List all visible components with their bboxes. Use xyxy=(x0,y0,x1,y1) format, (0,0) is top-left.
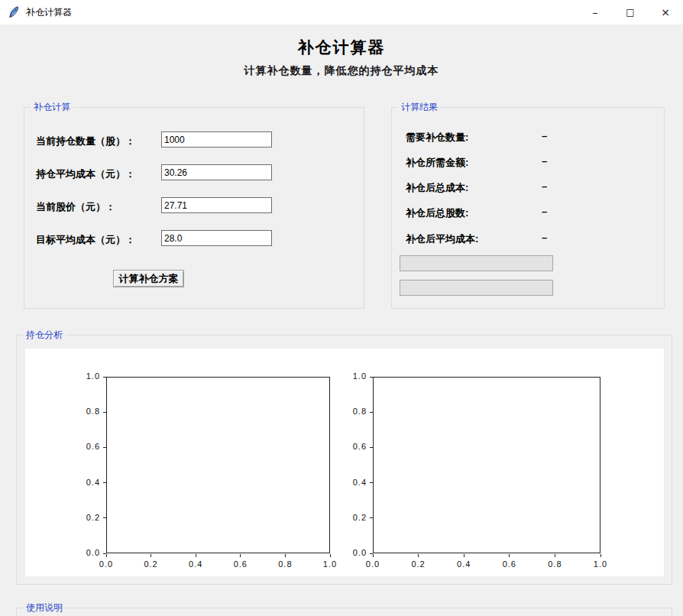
usage-groupbox: 使用说明 xyxy=(16,608,672,616)
y-tick-label: 1.0 xyxy=(74,371,100,381)
x-tick-mark xyxy=(373,554,374,557)
x-tick-label: 0.2 xyxy=(138,559,164,569)
y-tick-label: 0.6 xyxy=(74,442,100,451)
caption-buttons: – □ × xyxy=(578,0,683,24)
y-tick-label: 0.0 xyxy=(74,548,100,557)
maximize-button[interactable]: □ xyxy=(613,0,648,24)
avg-cost-input[interactable] xyxy=(161,164,272,180)
subplot-axes-2 xyxy=(373,377,600,553)
x-tick-mark xyxy=(600,554,601,557)
x-tick-label: 0.6 xyxy=(497,559,523,569)
calculate-button[interactable]: 计算补仓方案 xyxy=(113,270,184,287)
x-tick-label: 0.2 xyxy=(406,559,432,569)
result-detail-field-2 xyxy=(400,280,553,296)
input-groupbox-caption: 补仓计算 xyxy=(31,102,73,113)
window-title: 补仓计算器 xyxy=(26,6,72,19)
result-row-new-avg-cost: 补仓后平均成本: – xyxy=(406,232,478,245)
page-subtitle: 计算补仓数量，降低您的持仓平均成本 xyxy=(0,64,683,78)
page-title: 补仓计算器 xyxy=(0,37,683,58)
x-tick-label: 1.0 xyxy=(588,559,613,569)
x-tick-label: 0.0 xyxy=(93,559,119,569)
amount-needed-label: 补仓所需金额: xyxy=(406,157,468,168)
subplot-axes-1 xyxy=(106,377,330,553)
current-shares-label: 当前持仓数量（股）： xyxy=(36,135,135,148)
y-tick-mark xyxy=(370,517,373,518)
amount-needed-value: – xyxy=(542,155,547,167)
y-tick-label: 0.0 xyxy=(341,548,367,557)
y-tick-label: 1.0 xyxy=(341,371,367,381)
x-tick-mark xyxy=(151,554,151,557)
result-row-total-cost: 补仓后总成本: – xyxy=(406,180,468,194)
total-shares-label: 补仓后总股数: xyxy=(406,207,468,219)
x-tick-mark xyxy=(555,554,555,557)
input-groupbox: 补仓计算 当前持仓数量（股）： 持仓平均成本（元）： 当前股价（元）： 目标平均… xyxy=(24,107,364,309)
usage-groupbox-caption: 使用说明 xyxy=(23,602,66,614)
feather-icon xyxy=(8,6,20,18)
x-tick-mark xyxy=(285,554,286,557)
target-cost-input[interactable] xyxy=(161,230,272,246)
y-tick-label: 0.8 xyxy=(341,407,367,416)
x-tick-mark xyxy=(464,554,465,557)
y-tick-mark xyxy=(370,377,373,378)
result-groupbox-caption: 计算结果 xyxy=(398,102,441,113)
close-button[interactable]: × xyxy=(648,0,683,24)
result-groupbox: 计算结果 需要补仓数量: – 补仓所需金额: – 补仓后总成本: – 补仓后总股… xyxy=(391,107,665,309)
y-tick-mark xyxy=(370,482,373,483)
x-tick-mark xyxy=(330,554,331,557)
app-window: 补仓计算器 – □ × 补仓计算器 计算补仓数量，降低您的持仓平均成本 补仓计算… xyxy=(0,0,683,616)
result-row-amount-needed: 补仓所需金额: – xyxy=(406,155,468,169)
y-tick-mark xyxy=(103,447,106,448)
current-price-input[interactable] xyxy=(161,197,272,213)
total-shares-value: – xyxy=(542,206,547,217)
x-tick-label: 0.4 xyxy=(451,559,477,569)
current-price-label: 当前股价（元）： xyxy=(36,200,115,214)
y-tick-label: 0.4 xyxy=(341,478,367,487)
avg-cost-label: 持仓平均成本（元）： xyxy=(36,167,135,181)
y-tick-mark xyxy=(370,447,373,448)
y-tick-label: 0.4 xyxy=(74,478,100,487)
result-detail-field-1 xyxy=(400,255,553,271)
y-tick-mark xyxy=(103,517,106,518)
current-shares-input[interactable] xyxy=(161,131,272,148)
new-avg-cost-value: – xyxy=(542,232,547,243)
x-tick-label: 0.0 xyxy=(360,559,386,569)
new-avg-cost-label: 补仓后平均成本: xyxy=(406,233,478,245)
y-tick-mark xyxy=(103,482,106,483)
shares-needed-label: 需要补仓数量: xyxy=(406,131,468,143)
target-cost-label: 目标平均成本（元）： xyxy=(36,233,135,247)
x-tick-label: 0.8 xyxy=(542,559,568,569)
x-tick-label: 0.6 xyxy=(228,559,254,569)
x-tick-label: 0.8 xyxy=(272,559,298,569)
y-tick-label: 0.8 xyxy=(74,407,100,416)
shares-needed-value: – xyxy=(542,130,547,141)
total-cost-value: – xyxy=(542,180,547,192)
minimize-button[interactable]: – xyxy=(578,0,613,24)
titlebar: 补仓计算器 – □ × xyxy=(0,0,683,24)
x-tick-label: 0.4 xyxy=(183,559,209,569)
y-tick-label: 0.2 xyxy=(341,513,367,522)
y-tick-mark xyxy=(103,377,106,378)
y-tick-mark xyxy=(370,412,373,413)
total-cost-label: 补仓后总成本: xyxy=(406,182,468,193)
result-row-shares-needed: 需要补仓数量: – xyxy=(406,130,468,144)
x-tick-mark xyxy=(196,554,196,557)
y-tick-mark xyxy=(103,412,106,413)
x-tick-label: 1.0 xyxy=(317,559,343,569)
analysis-groupbox: 持仓分析 0.00.20.40.60.81.00.00.20.40.60.81.… xyxy=(16,335,672,585)
chart-canvas: 0.00.20.40.60.81.00.00.20.40.60.81.00.00… xyxy=(25,349,664,576)
x-tick-mark xyxy=(240,554,241,557)
y-tick-label: 0.2 xyxy=(74,513,100,522)
y-tick-label: 0.6 xyxy=(341,442,367,451)
x-tick-mark xyxy=(418,554,419,557)
result-row-total-shares: 补仓后总股数: – xyxy=(406,206,468,219)
x-tick-mark xyxy=(106,554,107,557)
analysis-groupbox-caption: 持仓分析 xyxy=(23,329,66,341)
x-tick-mark xyxy=(509,554,510,557)
